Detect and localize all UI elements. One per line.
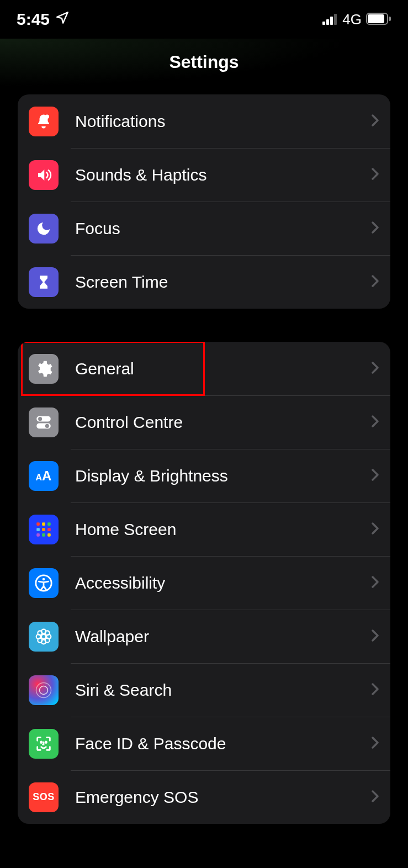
chevron-right-icon [372,221,379,236]
row-accessibility[interactable]: Accessibility [18,556,390,610]
svg-rect-12 [36,522,40,526]
row-label: Display & Brightness [75,467,372,485]
app-grid-icon [29,515,59,544]
svg-point-11 [45,424,49,427]
flower-icon [29,622,59,652]
row-label: Home Screen [75,520,372,539]
chevron-right-icon [372,274,379,290]
svg-rect-1 [326,19,329,25]
chevron-right-icon [372,522,379,537]
row-label: Screen Time [75,273,372,292]
row-notifications[interactable]: Notifications [18,94,390,148]
siri-icon [29,675,59,705]
signal-icon [322,10,338,29]
chevron-right-icon [372,415,379,430]
row-label: General [75,359,372,378]
row-general[interactable]: General [18,342,390,395]
row-label: Sounds & Haptics [75,166,372,184]
svg-point-34 [41,742,42,743]
row-label: Face ID & Passcode [75,734,372,753]
svg-rect-6 [389,17,391,21]
svg-rect-15 [36,528,40,531]
row-label: Accessibility [75,574,372,592]
status-right: 4G [322,10,391,29]
svg-rect-3 [334,14,337,25]
face-id-icon [29,729,59,759]
svg-point-7 [45,114,50,119]
sos-icon: SOS [29,782,59,812]
row-face-id-passcode[interactable]: Face ID & Passcode [18,717,390,770]
svg-rect-17 [47,528,51,531]
status-time: 5:45 [17,10,50,29]
svg-rect-18 [36,533,40,537]
svg-point-9 [38,417,42,421]
moon-icon [29,214,59,244]
row-screen-time[interactable]: Screen Time [18,255,390,309]
svg-rect-2 [330,17,333,25]
chevron-right-icon [372,114,379,129]
chevron-right-icon [372,167,379,183]
gear-icon [29,354,59,384]
chevron-right-icon [372,790,379,805]
speaker-icon [29,160,59,190]
chevron-right-icon [372,468,379,484]
accessibility-icon [29,568,59,598]
svg-point-35 [45,742,46,743]
svg-point-32 [36,682,51,697]
svg-rect-5 [368,14,384,23]
network-label: 4G [342,11,362,28]
settings-group-2: General Control Centre AA Display & Brig… [18,342,390,824]
row-control-centre[interactable]: Control Centre [18,395,390,449]
row-label: Siri & Search [75,681,372,700]
row-label: Focus [75,219,372,238]
row-label: Notifications [75,112,372,131]
svg-rect-20 [47,533,51,537]
text-size-icon: AA [29,461,59,491]
chevron-right-icon [372,736,379,751]
toggles-icon [29,407,59,437]
svg-point-22 [43,578,45,580]
svg-point-23 [41,634,46,639]
hourglass-icon [29,267,59,297]
svg-rect-14 [47,522,51,526]
settings-group-1: Notifications Sounds & Haptics Focus Scr… [18,94,390,309]
svg-rect-13 [42,522,45,526]
row-label: Wallpaper [75,627,372,646]
status-left: 5:45 [17,10,70,29]
battery-icon [366,10,391,29]
row-wallpaper[interactable]: Wallpaper [18,610,390,663]
row-sounds-haptics[interactable]: Sounds & Haptics [18,148,390,202]
svg-rect-19 [42,533,45,537]
row-display-brightness[interactable]: AA Display & Brightness [18,449,390,502]
row-emergency-sos[interactable]: SOS Emergency SOS [18,770,390,824]
svg-rect-0 [322,22,325,25]
bell-icon [29,107,59,136]
svg-rect-16 [42,528,45,531]
chevron-right-icon [372,575,379,591]
chevron-right-icon [372,682,379,698]
chevron-right-icon [372,361,379,377]
row-siri-search[interactable]: Siri & Search [18,663,390,717]
svg-point-33 [40,686,48,694]
row-label: Control Centre [75,413,372,432]
chevron-right-icon [372,629,379,644]
location-icon [55,10,70,29]
row-focus[interactable]: Focus [18,202,390,255]
status-bar: 5:45 4G [0,0,408,39]
row-label: Emergency SOS [75,788,372,807]
page-title: Settings [0,39,408,94]
row-home-screen[interactable]: Home Screen [18,502,390,556]
